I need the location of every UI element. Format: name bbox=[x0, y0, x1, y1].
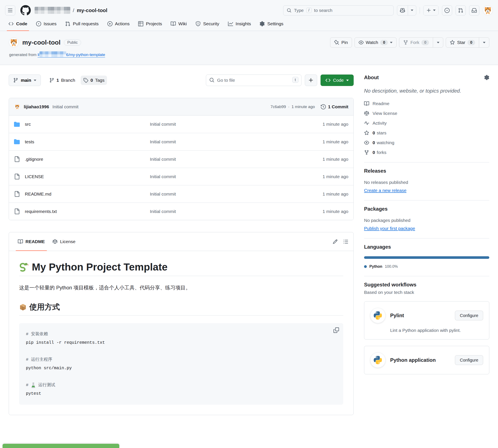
chevron-down-icon bbox=[34, 80, 36, 81]
page-title[interactable]: my-cool-tool bbox=[22, 39, 61, 46]
table-row[interactable]: requirements.txt Initial commit 1 minute… bbox=[9, 203, 353, 220]
about-title: About bbox=[364, 75, 379, 80]
languages-section: Languages Python 100.0% bbox=[364, 239, 489, 276]
edit-readme-button[interactable] bbox=[333, 239, 338, 244]
sidebar-item-forks[interactable]: 0 forks bbox=[364, 150, 489, 155]
your-pull-requests-button[interactable] bbox=[455, 5, 466, 16]
workflow-name: Pylint bbox=[390, 313, 404, 319]
table-row[interactable]: README.md Initial commit 1 minute ago bbox=[9, 185, 353, 203]
create-new-split-button bbox=[423, 5, 438, 16]
file-icon bbox=[14, 156, 20, 162]
search-input[interactable]: Type / to search bbox=[283, 5, 394, 16]
github-logo-icon[interactable] bbox=[20, 5, 31, 16]
commit-author-avatar[interactable] bbox=[14, 104, 20, 110]
tab-security[interactable]: Security bbox=[192, 18, 223, 31]
table-row[interactable]: src Initial commit 1 minute ago bbox=[9, 115, 353, 133]
tab-wiki[interactable]: Wiki bbox=[167, 18, 190, 31]
commit-message[interactable]: Initial commit bbox=[52, 104, 78, 109]
configure-button[interactable]: Configure bbox=[455, 311, 483, 320]
file-commit-message[interactable]: Initial commit bbox=[150, 157, 297, 162]
file-link[interactable]: LICENSE bbox=[25, 174, 44, 179]
copilot-button[interactable] bbox=[397, 5, 408, 15]
configure-button[interactable]: Configure bbox=[455, 355, 483, 365]
code-comment: # 运行测试 bbox=[26, 381, 336, 389]
inbox-button[interactable] bbox=[469, 5, 479, 16]
tab-code[interactable]: Code bbox=[5, 18, 31, 31]
star-button[interactable]: Star 0 bbox=[446, 37, 479, 48]
sidebar-item-readme[interactable]: Readme bbox=[364, 101, 489, 106]
table-row[interactable]: .gitignore Initial commit 1 minute ago bbox=[9, 150, 353, 168]
breadcrumb-repo[interactable]: my-cool-tool bbox=[77, 7, 108, 13]
packages-section: Packages No packages published Publish y… bbox=[364, 200, 489, 239]
readme-outline-button[interactable] bbox=[343, 239, 348, 244]
copy-icon[interactable] bbox=[333, 327, 339, 333]
repo-owner-avatar[interactable] bbox=[9, 37, 19, 48]
tab-license[interactable]: License bbox=[49, 232, 79, 251]
snake-emoji-icon bbox=[19, 262, 29, 272]
table-row[interactable]: LICENSE Initial commit 1 minute ago bbox=[9, 168, 353, 185]
tab-actions[interactable]: Actions bbox=[104, 18, 133, 31]
commit-sha[interactable]: 7c6ab99 bbox=[270, 104, 286, 109]
sidebar-item-watching[interactable]: 0 watching bbox=[364, 140, 489, 145]
sidebar-item-license[interactable]: View license bbox=[364, 111, 489, 116]
watch-button[interactable]: Watch 0 bbox=[355, 37, 397, 48]
tab-settings[interactable]: Settings bbox=[256, 18, 287, 31]
create-new-button[interactable] bbox=[423, 5, 438, 16]
copilot-split-button bbox=[397, 5, 416, 16]
pin-button[interactable]: Pin bbox=[330, 37, 352, 48]
header-divider bbox=[420, 7, 420, 14]
fork-button[interactable]: Fork 0 bbox=[399, 37, 433, 48]
sidebar-item-activity[interactable]: Activity bbox=[364, 121, 489, 126]
language-bar[interactable] bbox=[364, 256, 489, 259]
commit-history-link[interactable]: 1 Commit bbox=[321, 104, 348, 109]
file-commit-message[interactable]: Initial commit bbox=[150, 192, 297, 197]
table-row[interactable]: tests Initial commit 1 minute ago bbox=[9, 133, 353, 150]
user-avatar[interactable] bbox=[483, 5, 493, 16]
template-repo-link[interactable]: li6/my-python-template bbox=[38, 52, 105, 58]
releases-title: Releases bbox=[364, 168, 386, 174]
branches-link[interactable]: 1 Branch bbox=[47, 76, 78, 85]
language-dot bbox=[364, 265, 367, 268]
language-legend-python[interactable]: Python 100.0% bbox=[364, 264, 489, 269]
fork-dropdown-button[interactable] bbox=[433, 37, 443, 48]
tab-insights[interactable]: Insights bbox=[225, 18, 254, 31]
file-commit-message[interactable]: Initial commit bbox=[150, 174, 297, 179]
tab-projects[interactable]: Projects bbox=[135, 18, 165, 31]
your-issues-button[interactable] bbox=[442, 5, 452, 16]
tab-pull-requests[interactable]: Pull requests bbox=[62, 18, 102, 31]
file-commit-message[interactable]: Initial commit bbox=[150, 139, 297, 144]
sidebar-item-stars[interactable]: 0 stars bbox=[364, 130, 489, 135]
packages-empty: No packages published bbox=[364, 218, 489, 223]
hamburger-menu-button[interactable] bbox=[5, 5, 15, 16]
file-link[interactable]: tests bbox=[25, 139, 34, 144]
package-emoji-icon bbox=[19, 304, 27, 311]
table-icon bbox=[138, 21, 143, 26]
file-commit-message[interactable]: Initial commit bbox=[150, 209, 297, 214]
releases-section: Releases No releases published Create a … bbox=[364, 162, 489, 200]
tags-link[interactable]: 0 Tags bbox=[81, 76, 107, 85]
copilot-dropdown-button[interactable] bbox=[408, 5, 416, 15]
add-file-button[interactable] bbox=[305, 75, 317, 86]
create-release-link[interactable]: Create a new release bbox=[364, 188, 406, 193]
go-to-file-input[interactable] bbox=[206, 75, 301, 86]
publish-package-link[interactable]: Publish your first package bbox=[364, 226, 415, 231]
python-logo-icon bbox=[370, 352, 386, 368]
tab-readme[interactable]: README bbox=[14, 232, 49, 251]
file-link[interactable]: .gitignore bbox=[25, 157, 43, 162]
pulse-icon bbox=[364, 121, 369, 126]
code-dropdown-button[interactable]: Code bbox=[321, 75, 354, 86]
breadcrumb-owner-blurred[interactable] bbox=[35, 7, 70, 14]
commit-author[interactable]: lijiahao1996 bbox=[24, 104, 49, 109]
graph-icon bbox=[228, 21, 233, 26]
file-link[interactable]: requirements.txt bbox=[25, 209, 57, 214]
breadcrumb: / my-cool-tool bbox=[35, 7, 108, 14]
star-dropdown-button[interactable] bbox=[479, 37, 489, 48]
tab-issues[interactable]: Issues bbox=[33, 18, 60, 31]
about-settings-gear[interactable] bbox=[484, 75, 489, 80]
file-link[interactable]: src bbox=[25, 122, 31, 127]
file-link[interactable]: README.md bbox=[25, 192, 51, 197]
law-icon bbox=[52, 239, 58, 244]
python-logo-icon bbox=[370, 308, 386, 323]
file-commit-message[interactable]: Initial commit bbox=[150, 122, 297, 127]
branch-selector[interactable]: main bbox=[9, 75, 41, 86]
